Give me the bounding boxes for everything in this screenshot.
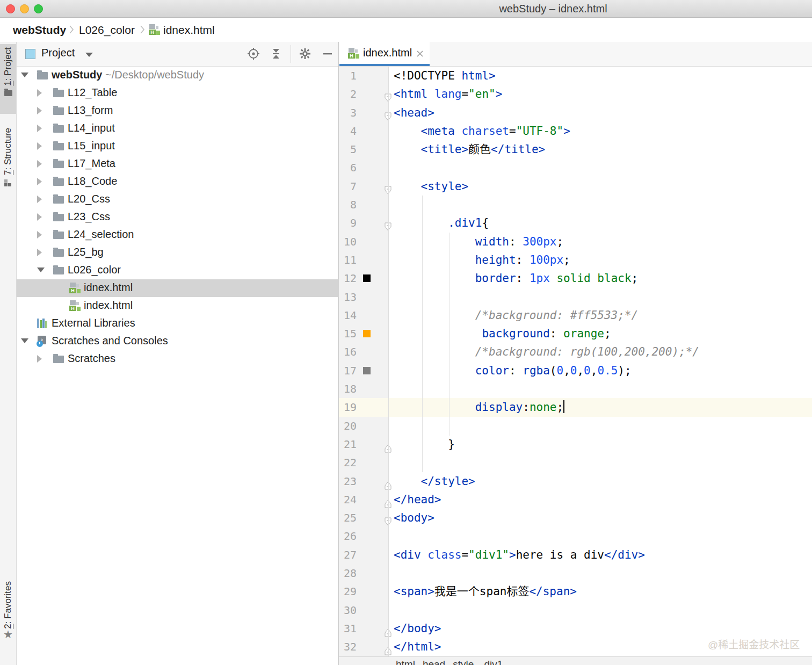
code-line-27[interactable]: 27<div class="div1">here is a div</div> bbox=[339, 546, 812, 564]
color-swatch-icon[interactable] bbox=[363, 274, 371, 282]
tree-item-scratches-and-consoles[interactable]: ›Scratches and Consoles bbox=[17, 332, 339, 350]
expand-arrow-icon[interactable] bbox=[37, 89, 42, 97]
code-line-29[interactable]: 29<span>我是一个span标签</span> bbox=[339, 582, 812, 601]
color-swatch-icon[interactable] bbox=[363, 330, 371, 337]
tree-item-external-libraries[interactable]: External Libraries bbox=[17, 315, 339, 332]
expand-arrow-icon[interactable] bbox=[37, 249, 42, 256]
line-number: 17 bbox=[339, 362, 357, 380]
code-line-25[interactable]: 25<body> bbox=[339, 509, 812, 527]
zoom-window-button[interactable] bbox=[34, 4, 43, 13]
tree-item-l15-input[interactable]: L15_input bbox=[17, 138, 339, 155]
breadcrumb-folder[interactable]: L026_color bbox=[79, 18, 135, 42]
line-number: 27 bbox=[339, 546, 357, 564]
tree-item-scratches[interactable]: Scratches bbox=[17, 350, 339, 368]
tree-item-l20-css[interactable]: L20_Css bbox=[17, 191, 339, 208]
expand-arrow-icon[interactable] bbox=[37, 231, 42, 238]
code-line-30[interactable]: 30 bbox=[339, 601, 812, 619]
code-line-17[interactable]: 17 color: rgba(0,0,0,0.5); bbox=[339, 362, 812, 380]
collapse-arrow-icon[interactable] bbox=[37, 268, 45, 272]
code-line-21[interactable]: 21 } bbox=[339, 435, 812, 453]
tree-item-l14-input[interactable]: L14_input bbox=[17, 120, 339, 138]
code-line-24[interactable]: 24</head> bbox=[339, 490, 812, 509]
expand-arrow-icon[interactable] bbox=[37, 355, 42, 363]
project-panel-title[interactable]: Project bbox=[41, 47, 75, 59]
code-line-2[interactable]: 2<html lang="en"> bbox=[339, 85, 812, 103]
expand-arrow-icon[interactable] bbox=[37, 178, 42, 185]
code-line-10[interactable]: 10 width: 300px; bbox=[339, 233, 812, 251]
breadcrumb-project[interactable]: webStudy bbox=[13, 18, 66, 42]
breadcrumb-file[interactable]: idnex.html bbox=[163, 18, 215, 42]
minimize-window-button[interactable] bbox=[20, 4, 29, 13]
tab-idnex-html[interactable]: H idnex.html bbox=[339, 42, 430, 66]
color-swatch-icon[interactable] bbox=[363, 367, 371, 374]
tree-item-l18-code[interactable]: L18_Code bbox=[17, 173, 339, 191]
tool-button-favorites[interactable]: 2: Favorites ★ bbox=[0, 581, 16, 640]
code-line-5[interactable]: 5 <title>颜色</title> bbox=[339, 140, 812, 158]
tree-item-label: L25_bg bbox=[68, 246, 104, 258]
editor-breadcrumb-item[interactable]: head bbox=[423, 659, 445, 665]
tree-item-l23-css[interactable]: L23_Css bbox=[17, 208, 339, 226]
gear-icon[interactable] bbox=[298, 47, 312, 61]
indent-guide bbox=[449, 233, 450, 436]
code-line-13[interactable]: 13 bbox=[339, 288, 812, 306]
html-file-icon: H bbox=[348, 48, 360, 59]
collapse-all-button[interactable] bbox=[269, 47, 283, 61]
active-tab-underline bbox=[339, 64, 430, 66]
tree-item-idnex-html[interactable]: Hidnex.html bbox=[17, 279, 339, 297]
collapse-arrow-icon[interactable] bbox=[21, 338, 28, 343]
code-line-1[interactable]: 1<!DOCTYPE html> bbox=[339, 67, 812, 85]
expand-arrow-icon[interactable] bbox=[37, 196, 42, 203]
code-line-18[interactable]: 18 bbox=[339, 380, 812, 398]
tree-item-l17-meta[interactable]: L17_Meta bbox=[17, 155, 339, 173]
tree-item-l24-selection[interactable]: L24_selection bbox=[17, 226, 339, 244]
folder-icon bbox=[53, 353, 65, 365]
editor-breadcrumb-item[interactable]: .div1 bbox=[481, 659, 503, 665]
tree-item-index-html[interactable]: Hindex.html bbox=[17, 297, 339, 315]
locate-file-button[interactable] bbox=[247, 47, 260, 61]
code-line-19[interactable]: 19 display:none; bbox=[339, 398, 812, 416]
code-line-14[interactable]: 14 /*background: #ff5533;*/ bbox=[339, 306, 812, 324]
folder-icon bbox=[53, 141, 65, 152]
tree-item-webstudy[interactable]: webStudy ~/Desktop/webStudy bbox=[17, 67, 339, 84]
code-line-16[interactable]: 16 /*background: rgb(100,200,200);*/ bbox=[339, 343, 812, 361]
code-line-22[interactable]: 22 bbox=[339, 453, 812, 472]
code-line-23[interactable]: 23 </style> bbox=[339, 472, 812, 490]
code-line-28[interactable]: 28 bbox=[339, 564, 812, 582]
code-area[interactable]: 1<!DOCTYPE html>2<html lang="en">3<head>… bbox=[339, 67, 812, 656]
code-line-3[interactable]: 3<head> bbox=[339, 104, 812, 122]
editor-breadcrumb-item[interactable]: html bbox=[396, 659, 415, 665]
tree-item-l13-form[interactable]: L13_form bbox=[17, 102, 339, 120]
tree-item-label: L18_Code bbox=[68, 175, 117, 187]
project-view-icon bbox=[25, 49, 35, 59]
code-line-26[interactable]: 26 bbox=[339, 527, 812, 545]
expand-arrow-icon[interactable] bbox=[37, 160, 42, 168]
close-tab-icon[interactable] bbox=[416, 49, 424, 58]
chevron-down-icon[interactable] bbox=[85, 53, 93, 57]
expand-arrow-icon[interactable] bbox=[37, 107, 42, 114]
code-line-15[interactable]: 15 background: orange; bbox=[339, 324, 812, 343]
code-text: .div1{ bbox=[394, 214, 489, 232]
tree-item-l25-bg[interactable]: L25_bg bbox=[17, 244, 339, 262]
code-line-20[interactable]: 20 bbox=[339, 417, 812, 435]
close-window-button[interactable] bbox=[6, 4, 15, 13]
hide-panel-button[interactable] bbox=[321, 47, 335, 61]
tree-item-l12-table[interactable]: L12_Table bbox=[17, 84, 339, 102]
code-line-8[interactable]: 8 bbox=[339, 196, 812, 214]
expand-arrow-icon[interactable] bbox=[37, 142, 42, 150]
tree-item-l026-color[interactable]: L026_color bbox=[17, 262, 339, 279]
code-line-9[interactable]: 9 .div1{ bbox=[339, 214, 812, 232]
collapse-arrow-icon[interactable] bbox=[21, 73, 28, 77]
code-line-6[interactable]: 6 bbox=[339, 158, 812, 177]
folder-icon bbox=[37, 70, 49, 81]
expand-arrow-icon[interactable] bbox=[37, 125, 42, 132]
editor-breadcrumb-item[interactable]: style bbox=[453, 659, 474, 665]
tool-button-project[interactable]: 1: Project bbox=[0, 47, 16, 96]
line-number: 13 bbox=[339, 288, 357, 306]
code-line-12[interactable]: 12 border: 1px solid black; bbox=[339, 269, 812, 287]
code-line-11[interactable]: 11 height: 100px; bbox=[339, 251, 812, 269]
code-line-4[interactable]: 4 <meta charset="UTF-8"> bbox=[339, 122, 812, 140]
code-line-7[interactable]: 7 <style> bbox=[339, 177, 812, 196]
expand-arrow-icon[interactable] bbox=[37, 213, 42, 221]
code-line-31[interactable]: 31</body> bbox=[339, 619, 812, 638]
tool-button-structure[interactable]: 7: Structure bbox=[0, 128, 16, 187]
